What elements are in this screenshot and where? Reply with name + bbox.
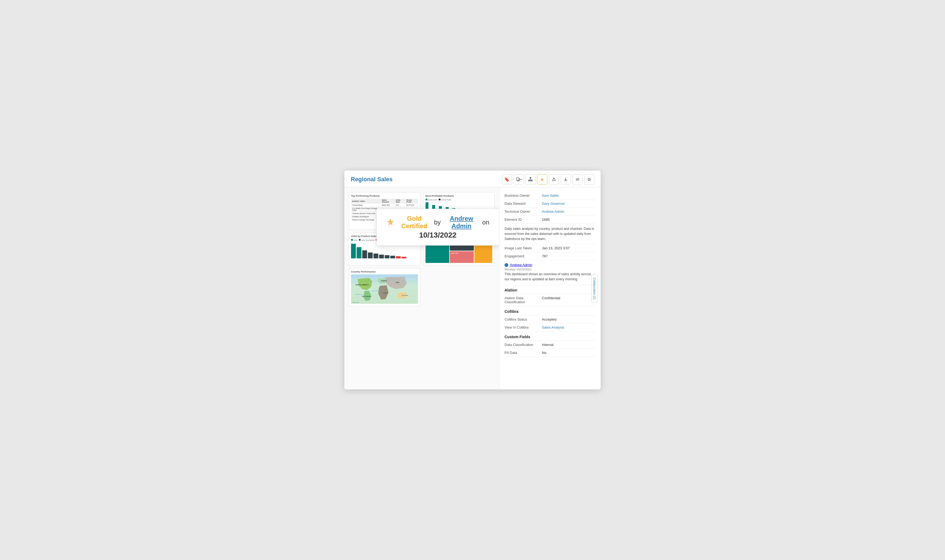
alation-classification-label: Alation Data Classification — [505, 296, 539, 304]
gold-certified-banner: Gold Certified by Andrew Admin on 10/13/… — [376, 209, 499, 246]
svg-text:SOUTH AMERICA: SOUTH AMERICA — [362, 296, 371, 297]
data-classification-row: Data Classification Internal — [505, 341, 595, 349]
business-owner-label: Business Owner — [505, 194, 539, 197]
business-owner-link[interactable]: Sam Sales — [542, 194, 559, 197]
map-container: NORTH AMERICA SOUTH AMERICA EUROPE ASIA … — [351, 274, 418, 304]
left-panel: Gold Certified by Andrew Admin on 10/13/… — [344, 188, 499, 389]
svg-rect-5 — [531, 180, 533, 181]
col-profit: Gross Profit — [405, 198, 418, 204]
collibra-section-header: Collibra — [505, 306, 595, 315]
pii-data-row: PII Data No — [505, 349, 595, 357]
share-icon — [552, 177, 556, 182]
top-products-title: Top Performing Products — [351, 195, 418, 197]
gold-certified-date: 10/13/2022 — [419, 231, 457, 239]
image-last-taken-value: Jan 13, 2023 3:07 — [542, 246, 569, 250]
star-button[interactable]: ★ — [537, 174, 547, 185]
view-in-collibra-row: View In Collibra Sales Analysis — [505, 323, 595, 332]
image-last-taken-label: Image Last Taken — [505, 246, 539, 250]
gold-certified-author-link[interactable]: Andrew Admin — [444, 215, 479, 230]
treemap-store: store visit — [450, 251, 474, 263]
element-id-label: Element ID — [505, 217, 539, 222]
bookmark-button[interactable]: 🔖 — [502, 174, 512, 185]
table-row: Cheval Blanc$402,350117$175,015 — [351, 204, 418, 207]
alation-classification-row: Alation Data Classification Confidential — [505, 294, 595, 306]
svg-text:EUROPE: EUROPE — [381, 280, 387, 282]
collibra-status-label: Collibra Status — [505, 317, 539, 322]
description-text: Daily sales analysis by country, product… — [505, 224, 595, 244]
business-owner-value: Sam Sales — [542, 194, 559, 197]
collibra-status-value: Accepted — [542, 317, 556, 322]
gold-badge-icon — [386, 217, 394, 228]
svg-rect-3 — [528, 180, 529, 181]
right-panel: ◀ Business Owner Sam Sales Data Steward … — [499, 188, 601, 389]
email-button[interactable]: ✉ — [573, 174, 582, 185]
svg-text:AUSTRALIA: AUSTRALIA — [402, 295, 408, 296]
org-chart-button[interactable] — [525, 174, 536, 185]
settings-button[interactable]: ⚙ — [584, 174, 594, 185]
gold-certified-text: Gold Certified — [398, 215, 431, 230]
copy-button[interactable]: ▾ — [514, 174, 524, 185]
pii-data-value: No — [542, 351, 546, 355]
svg-text:ASIA: ASIA — [396, 282, 400, 283]
data-classification-value: Internal — [542, 343, 553, 347]
treemap-store-label: store visit — [451, 252, 458, 254]
country-performance-title: Country Performance — [351, 271, 418, 273]
share-button[interactable] — [549, 174, 559, 185]
custom-fields-section-header: Custom Fields — [505, 332, 595, 341]
technical-owner-row: Technical Owner Andrew Admin — [505, 208, 595, 216]
technical-owner-label: Technical Owner — [505, 209, 539, 214]
technical-owner-link[interactable]: Andrew Admin — [542, 209, 564, 214]
sales-analysis-link[interactable]: Sales Analysis — [542, 325, 564, 329]
toolbar: Regional Sales 🔖 ▾ — [344, 171, 601, 188]
alation-classification-value: Confidential — [542, 296, 560, 300]
view-in-collibra-label: View In Collibra — [505, 325, 539, 329]
data-classification-label: Data Classification — [505, 343, 539, 347]
comment-date: Monday 10/25/2021 — [505, 268, 595, 271]
svg-point-13 — [389, 220, 392, 224]
data-steward-link[interactable]: Gary Governor — [542, 202, 565, 206]
element-id-row: Element ID 1685 — [505, 216, 595, 224]
data-steward-label: Data Steward — [505, 202, 539, 206]
comment-author: Andrew Admin — [505, 263, 595, 267]
engagement-label: Engagement — [505, 254, 539, 258]
svg-rect-2 — [529, 177, 531, 178]
col-sales: Sales Amount — [381, 198, 394, 204]
comment-author-link[interactable]: Andrew Admin — [510, 263, 532, 267]
svg-text:Pacific Ocean: Pacific Ocean — [356, 294, 363, 295]
body-split: Gold Certified by Andrew Admin on 10/13/… — [344, 188, 601, 389]
svg-rect-4 — [530, 180, 531, 181]
data-steward-value: Gary Governor — [542, 202, 565, 206]
gold-certified-on: on — [482, 218, 489, 226]
svg-rect-1 — [517, 178, 519, 180]
collaboration-tab[interactable]: Collaboration (2) — [591, 274, 597, 303]
download-icon — [563, 177, 568, 182]
toolbar-actions: 🔖 ▾ — [502, 174, 594, 185]
gold-certified-row1: Gold Certified by Andrew Admin on — [386, 215, 489, 230]
collibra-status-row: Collibra Status Accepted — [505, 315, 595, 323]
org-chart-icon — [528, 177, 533, 182]
pii-data-label: PII Data — [505, 351, 539, 355]
copy-dropdown-arrow: ▾ — [520, 178, 522, 181]
view-in-collibra-value: Sales Analysis — [542, 325, 564, 329]
most-profitable-title: Most Profitable Products — [426, 195, 493, 197]
col-units: Units Sold — [394, 198, 405, 204]
technical-owner-value: Andrew Admin — [542, 209, 564, 214]
gold-certified-inner: Gold Certified by Andrew Admin on 10/13/… — [386, 215, 489, 239]
svg-text:NORTH AMERICA: NORTH AMERICA — [356, 284, 369, 286]
col-product: product_name — [351, 198, 381, 204]
alation-section-header: Alation — [505, 285, 595, 294]
profitable-legend: Gross Sold Gross Profit — [426, 198, 493, 201]
engagement-value: 787 — [542, 254, 548, 258]
download-button[interactable] — [560, 174, 571, 185]
data-steward-row: Data Steward Gary Governor — [505, 200, 595, 208]
country-performance-card: Country Performance — [349, 268, 420, 306]
svg-text:AFRICA: AFRICA — [383, 292, 388, 294]
comment-section: Andrew Admin Monday 10/25/2021 This dash… — [505, 260, 595, 285]
svg-text:Atlantic Ocean: Atlantic Ocean — [372, 290, 380, 291]
world-map-svg: NORTH AMERICA SOUTH AMERICA EUROPE ASIA … — [351, 274, 418, 304]
main-container: Regional Sales 🔖 ▾ — [344, 171, 601, 389]
copy-icon — [516, 177, 520, 182]
element-id-value: 1685 — [542, 217, 549, 222]
engagement-row: Engagement 787 — [505, 252, 595, 260]
comment-author-avatar — [505, 263, 508, 267]
